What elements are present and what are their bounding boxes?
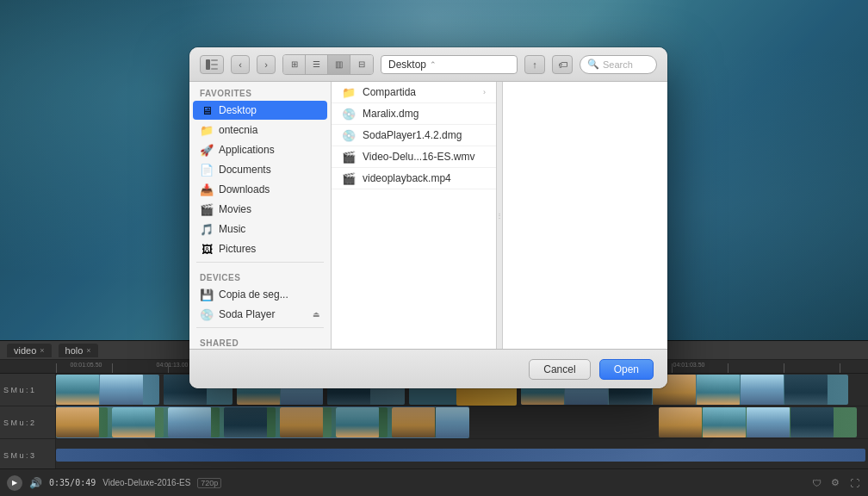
- track-3-label: S M u : 3: [0, 439, 56, 471]
- bottom-right-controls: 🛡 ⚙ ⛶: [809, 476, 861, 490]
- file-row-maralix[interactable]: 💿 Maralix.dmg: [332, 103, 496, 125]
- movies-icon: 🎬: [200, 202, 214, 216]
- file-row-sodaplayer-dmg[interactable]: 💿 SodaPlayer1.4.2.dmg: [332, 125, 496, 146]
- cancel-button[interactable]: Cancel: [529, 359, 590, 380]
- view-icon-button[interactable]: ⊞: [283, 55, 306, 74]
- track-2-label: S M u : 2: [0, 406, 56, 438]
- track-1-label: S M u : 1: [0, 374, 56, 406]
- track-row-2: S M u : 2: [0, 406, 868, 439]
- tab-holo-label: holo: [65, 345, 84, 356]
- file-row-videoplayback[interactable]: 🎬 videoplayback.mp4: [332, 168, 496, 189]
- eject-icon[interactable]: ⏏: [313, 310, 320, 319]
- ontecnia-icon: 📁: [200, 123, 214, 137]
- folder-icon: 📁: [342, 85, 356, 99]
- share-button[interactable]: ↑: [524, 55, 545, 74]
- file-open-dialog: ‹ › ⊞ ☰ ▥ ⊟ Desktop ⌃ ↑ 🏷 🔍 Search Favor…: [189, 47, 667, 388]
- shared-label: Shared: [189, 332, 331, 349]
- ruler-mark-0: 00:01:05.50: [71, 362, 102, 368]
- sidebar-pictures-label: Pictures: [219, 243, 256, 255]
- dialog-footer: Cancel Open: [189, 349, 667, 388]
- applications-icon: 🚀: [200, 143, 214, 157]
- sidebar-documents-label: Documents: [219, 164, 271, 176]
- clip-2-thumb-1[interactable]: [56, 407, 108, 437]
- open-button[interactable]: Open: [599, 359, 654, 380]
- search-icon: 🔍: [587, 59, 599, 70]
- ruler-mark-1: 04:01:13.00: [157, 362, 189, 368]
- sidebar-item-sodaplayer[interactable]: 💿 Soda Player ⏏: [193, 305, 327, 324]
- svg-rect-0: [206, 59, 210, 70]
- sidebar-divider-devices: [196, 262, 324, 263]
- tab-video-close[interactable]: ×: [40, 346, 44, 355]
- dialog-sidebar: Favorites 🖥 Desktop 📁 ontecnia 🚀 Applica…: [189, 82, 332, 349]
- clip-2-thumb-3[interactable]: [168, 407, 220, 437]
- downloads-icon: 📥: [200, 183, 214, 196]
- forward-button[interactable]: ›: [257, 55, 276, 74]
- sidebar-item-documents[interactable]: 📄 Documents: [193, 160, 327, 179]
- sidebar-divider-shared: [196, 327, 324, 328]
- clip-2-thumb-2[interactable]: [112, 407, 164, 437]
- bottom-controls: ▶ 🔊 0:35/0:49 Video-Deluxe-2016-ES 720p …: [0, 468, 868, 496]
- ruler-mark-6: 04:01:03.50: [673, 362, 705, 368]
- desktop-icon: 🖥: [200, 103, 214, 117]
- favorites-label: Favorites: [189, 82, 331, 100]
- play-button[interactable]: ▶: [7, 475, 22, 491]
- music-icon: 🎵: [200, 222, 214, 236]
- search-box[interactable]: 🔍 Search: [580, 55, 657, 74]
- dialog-body: Favorites 🖥 Desktop 📁 ontecnia 🚀 Applica…: [189, 82, 667, 349]
- svg-rect-1: [211, 59, 218, 61]
- file-row-compartida[interactable]: 📁 Compartida ›: [332, 82, 496, 103]
- sidebar-desktop-label: Desktop: [219, 104, 257, 116]
- sidebar-applications-label: Applications: [219, 144, 275, 156]
- clip-2-thumb-5[interactable]: [280, 407, 332, 437]
- settings-icon[interactable]: ⚙: [828, 476, 842, 490]
- location-arrow-icon: ⌃: [430, 60, 437, 69]
- tab-holo-close[interactable]: ×: [86, 346, 90, 355]
- documents-icon: 📄: [200, 163, 214, 177]
- pictures-icon: 🖼: [200, 242, 214, 256]
- clip-1-1[interactable]: [56, 375, 159, 405]
- sidebar-item-pictures[interactable]: 🖼 Pictures: [193, 239, 327, 258]
- sidebar-item-movies[interactable]: 🎬 Movies: [193, 200, 327, 219]
- volume-icon[interactable]: 🔊: [29, 477, 42, 489]
- tab-video[interactable]: video ×: [7, 344, 52, 357]
- track-3-content[interactable]: [56, 439, 868, 471]
- shield-icon[interactable]: 🛡: [809, 476, 823, 490]
- quality-badge: 720p: [197, 478, 221, 488]
- view-list-button[interactable]: ☰: [306, 55, 328, 74]
- sidebar-item-desktop[interactable]: 🖥 Desktop: [193, 101, 327, 120]
- sidebar-item-downloads[interactable]: 📥 Downloads: [193, 180, 327, 199]
- sidebar-item-copia[interactable]: 💾 Copia de seg...: [193, 285, 327, 304]
- sidebar-toggle-button[interactable]: [200, 55, 224, 74]
- clip-2-thumb-6[interactable]: [336, 407, 388, 437]
- view-column-button[interactable]: ▥: [328, 55, 350, 74]
- location-bar[interactable]: Desktop ⌃: [381, 55, 518, 74]
- clip-2-thumb-7[interactable]: [392, 407, 469, 437]
- sidebar-music-label: Music: [219, 223, 245, 235]
- track-row-3: S M u : 3: [0, 439, 868, 472]
- tag-button[interactable]: 🏷: [552, 55, 573, 74]
- sidebar-item-ontecnia[interactable]: 📁 ontecnia: [193, 121, 327, 140]
- file-maralix-name: Maralix.dmg: [363, 108, 418, 120]
- sidebar-ontecnia-label: ontecnia: [219, 124, 257, 136]
- track-2-content[interactable]: [56, 406, 868, 438]
- svg-rect-3: [211, 68, 218, 70]
- sidebar-item-applications[interactable]: 🚀 Applications: [193, 140, 327, 159]
- clip-2-thumb-4[interactable]: [224, 407, 276, 437]
- video-filename-label: Video-Deluxe-2016-ES: [102, 478, 190, 487]
- file-row-video-wmv[interactable]: 🎬 Video-Delu...16-ES.wmv: [332, 146, 496, 168]
- resize-handle[interactable]: ⋮: [496, 82, 503, 349]
- clip-2-end[interactable]: [659, 407, 857, 437]
- back-button[interactable]: ‹: [231, 55, 250, 74]
- fullscreen-icon[interactable]: ⛶: [847, 476, 861, 490]
- copia-icon: 💾: [200, 288, 214, 301]
- view-buttons: ⊞ ☰ ▥ ⊟: [282, 54, 374, 75]
- audio-waveform-1[interactable]: [56, 449, 865, 462]
- dialog-toolbar: ‹ › ⊞ ☰ ▥ ⊟ Desktop ⌃ ↑ 🏷 🔍 Search: [189, 47, 667, 82]
- file-compartida-name: Compartida: [363, 86, 416, 98]
- view-cover-button[interactable]: ⊟: [350, 55, 373, 74]
- dialog-file-list[interactable]: 📁 Compartida › 💿 Maralix.dmg 💿 SodaPlaye…: [332, 82, 496, 349]
- svg-rect-2: [211, 64, 218, 65]
- dmg-icon-1: 💿: [342, 107, 356, 121]
- sidebar-item-music[interactable]: 🎵 Music: [193, 220, 327, 239]
- tab-holo[interactable]: holo ×: [59, 344, 98, 357]
